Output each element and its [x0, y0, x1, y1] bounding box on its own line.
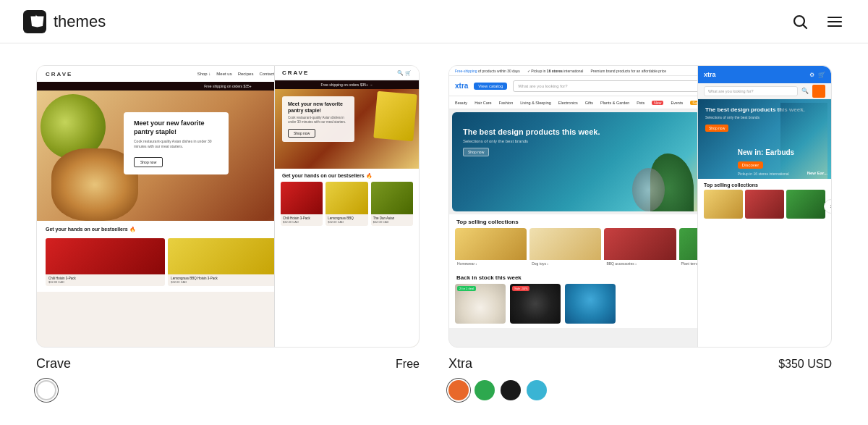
crave-product-2-price: $32.00 CAD: [171, 280, 284, 284]
xtra-mob-orange-btn: [812, 85, 825, 98]
xtra-headphones: [565, 284, 616, 324]
xtra-cat-new-badge: New: [652, 101, 663, 105]
xtra-cat-electronics: Electronics: [558, 101, 578, 105]
crave-nav-shop: Shop ↓: [197, 72, 211, 76]
xtra-speaker-badge: Sale -34%: [512, 286, 529, 291]
xtra-collection-bbq: BBQ accessories ›: [604, 228, 676, 267]
crave-mob-product-2-img: [326, 182, 367, 214]
crave-hero-btn[interactable]: Shop now: [134, 157, 163, 167]
crave-mobile-hero: Meet your new favorite pantry staple! Co…: [275, 89, 419, 169]
xtra-swatch-green[interactable]: [475, 380, 495, 400]
xtra-chair: 2 for 1 deal: [455, 284, 506, 324]
crave-nav-links: Shop ↓ Meet us Recipes Contact: [197, 72, 274, 76]
crave-product-1-img: [46, 238, 165, 274]
crave-product-1-info: Chili Hoisin 3-Pack $32.00 CAD: [46, 274, 165, 286]
xtra-swatch-black[interactable]: [501, 380, 521, 400]
crave-theme-card: CRAVE Shop ↓ Meet us Recipes Contact 🔍 🛒…: [36, 65, 420, 400]
xtra-top-links: Free-shipping of products within 30 days…: [455, 69, 666, 73]
header-title: themes: [54, 12, 106, 31]
xtra-mob-nav: xtra ⚙ 🛒: [698, 66, 831, 83]
xtra-toplink-1: Free-shipping of products within 30 days: [455, 69, 520, 73]
xtra-hero-headline: The best design products this week.: [463, 127, 600, 137]
xtra-mob-col-2: [745, 190, 784, 219]
xtra-dog-label: Dog toys ›: [529, 260, 601, 267]
xtra-theme-card: Free-shipping of products within 30 days…: [448, 65, 832, 400]
xtra-mob-cart-icon: 🛒: [818, 72, 825, 78]
crave-theme-info: Crave Free: [36, 348, 420, 376]
xtra-home-label: Homewear ›: [455, 260, 527, 267]
xtra-hero-side-sub: Pickup in 16 stores international: [738, 172, 794, 176]
xtra-logo: xtra: [455, 82, 468, 90]
xtra-mob-search-icon: 🔍: [801, 88, 809, 94]
crave-mobile-text: Meet your new favorite pantry staple! Co…: [282, 96, 354, 142]
xtra-mob-search: What are you looking for? 🔍: [698, 83, 831, 99]
xtra-mobile-overlay: xtra ⚙ 🛒 What are you looking for? 🔍: [697, 66, 831, 347]
crave-theme-name: Crave: [36, 356, 71, 371]
crave-mob-product-1-img: [281, 182, 323, 214]
xtra-cat-events: Events: [671, 101, 683, 105]
crave-hero-subtext: Cook restaurant-quality Asian dishes in …: [134, 139, 218, 149]
shopify-logo-icon: [23, 10, 46, 33]
xtra-theme-info: Xtra $350 USD: [448, 348, 832, 376]
svg-line-2: [804, 25, 807, 28]
crave-swatches: [36, 376, 420, 400]
xtra-toplink-3: Premium brand products for an affordable…: [590, 69, 666, 73]
xtra-cat-fashion: Fashion: [499, 101, 514, 105]
xtra-mob-new-label: New Ear...: [807, 171, 827, 175]
main-content: CRAVE Shop ↓ Meet us Recipes Contact 🔍 🛒…: [0, 43, 868, 422]
xtra-preview[interactable]: Free-shipping of products within 30 days…: [448, 65, 832, 348]
crave-mob-product-2-info: Lemongrass BBQ$32.00 CAD: [326, 214, 367, 226]
crave-product-1-price: $32.00 CAD: [48, 280, 162, 284]
header-left: themes: [23, 10, 106, 33]
xtra-mob-search-bar[interactable]: What are you looking for?: [704, 86, 798, 96]
crave-product-2-img: [168, 238, 287, 274]
xtra-swatch-orange[interactable]: [448, 380, 469, 400]
crave-theme-price: Free: [396, 358, 420, 371]
xtra-mob-logo: xtra: [704, 71, 716, 78]
xtra-swatch-blue[interactable]: [527, 380, 547, 400]
xtra-mob-hero-btn[interactable]: Shop now: [705, 125, 728, 132]
xtra-hero-btn[interactable]: Shop now: [463, 148, 489, 156]
xtra-home-img: [455, 228, 527, 260]
xtra-mob-col-3: [786, 190, 825, 219]
xtra-hero-main-text: The best design products this week. Sele…: [463, 127, 600, 156]
xtra-hero-subtext: Selections of only the best brands: [463, 139, 600, 143]
crave-swatch-white[interactable]: [36, 380, 56, 400]
xtra-hero-side-badge[interactable]: Discover: [738, 161, 763, 169]
xtra-hero-side-text: New in: Earbuds Discover Pickup in 16 st…: [731, 141, 801, 183]
crave-product-2: Lemongrass BBQ Hoisin 3-Pack $32.00 CAD: [168, 238, 287, 286]
crave-mob-product-3: The Dan Asian$22.00 CAD: [371, 182, 413, 226]
crave-mob-product-3-img: [371, 182, 413, 214]
menu-button[interactable]: [825, 12, 845, 32]
xtra-catalog-btn[interactable]: View catalog: [474, 83, 507, 90]
xtra-cat-living: Living & Sleeping: [520, 101, 551, 105]
xtra-hero-sphere: [632, 168, 665, 211]
xtra-cat-gifts: Gifts: [585, 101, 593, 105]
crave-mobile-promo: Free shipping on orders $35+ →: [275, 80, 419, 89]
crave-mobile-headline: Meet your new favorite pantry staple!: [288, 101, 349, 114]
xtra-swatches: [448, 376, 832, 400]
xtra-bbq-label: BBQ accessories ›: [604, 260, 676, 267]
xtra-search-placeholder: What are you looking for?: [518, 84, 567, 88]
crave-product-2-info: Lemongrass BBQ Hoisin 3-Pack $32.00 CAD: [168, 274, 287, 286]
crave-mobile-nav-icons: 🔍 🛒: [397, 70, 412, 76]
xtra-hero-side-headline: New in: Earbuds: [738, 148, 794, 156]
search-button[interactable]: [790, 12, 810, 32]
crave-mobile-product-pkg: [373, 91, 417, 142]
crave-product-1: Chili Hoisin 3-Pack $32.00 CAD: [46, 238, 165, 286]
xtra-cat-haircare: Hair Care: [475, 101, 492, 105]
xtra-dog-img: [529, 228, 601, 260]
xtra-cat-pets: Pets: [637, 101, 644, 105]
crave-mobile-nav: CRAVE 🔍 🛒: [275, 66, 419, 80]
xtra-cat-plants: Plants & Garden: [600, 101, 629, 105]
xtra-mob-gear-icon: ⚙: [809, 72, 814, 78]
xtra-hero-main: The best design products this week. Sele…: [452, 112, 701, 211]
header-right: [790, 12, 845, 32]
crave-preview[interactable]: CRAVE Shop ↓ Meet us Recipes Contact 🔍 🛒…: [36, 65, 420, 348]
xtra-collection-dog: Dog toys ›: [529, 228, 601, 267]
crave-mobile-btn[interactable]: Shop now: [288, 129, 315, 138]
xtra-cat-beauty: Beauty: [455, 101, 467, 105]
xtra-theme-price: $350 USD: [778, 358, 832, 371]
crave-mob-product-1: Chili Hoisin 3-Pack$32.00 CAD: [281, 182, 323, 226]
xtra-collection-home: Homewear ›: [455, 228, 527, 267]
